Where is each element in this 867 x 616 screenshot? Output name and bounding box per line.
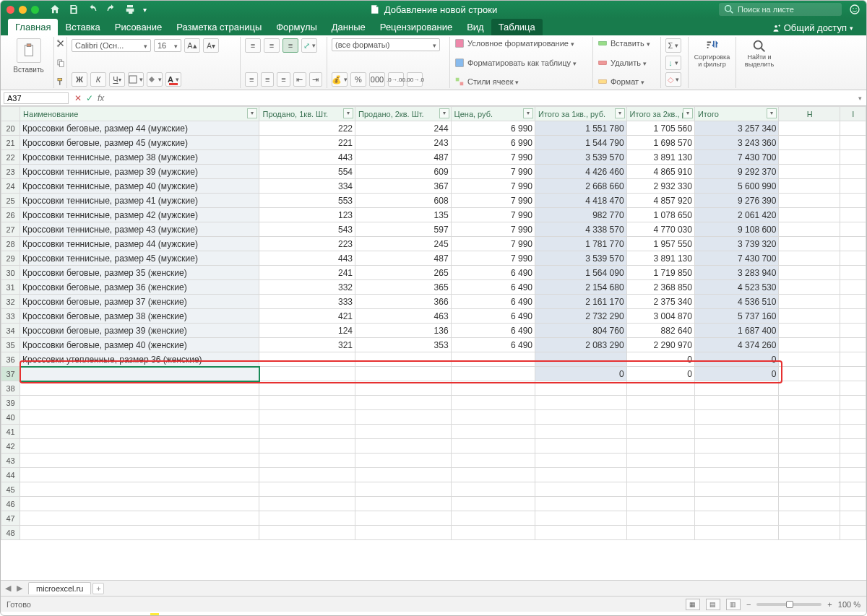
cell[interactable]: Кроссовки теннисные, размер 43 (мужские) [20,222,259,237]
cell[interactable]: 245 [355,237,452,251]
cell[interactable]: 3 257 340 [694,121,778,136]
row-header[interactable]: 24 [1,179,20,194]
cell[interactable] [535,381,627,396]
cell[interactable] [840,425,866,439]
row-header[interactable]: 47 [1,511,20,526]
select-all-corner[interactable] [1,107,20,121]
cell[interactable]: 4 374 260 [694,338,778,352]
cell[interactable] [259,468,355,482]
filter-icon[interactable]: ▾ [615,108,625,118]
fill-button[interactable]: ↓ [665,56,681,70]
cell[interactable] [840,526,866,540]
cell[interactable]: 367 [355,179,452,194]
view-normal-button[interactable]: ▦ [686,599,700,610]
cell[interactable] [626,526,694,540]
filter-icon[interactable]: ▾ [683,108,693,118]
cell[interactable]: 4 865 910 [626,165,694,179]
cell[interactable]: Кроссовки беговые, размер 39 (женские) [20,324,259,338]
cell[interactable]: Кроссовки беговые, размер 38 (женские) [20,309,259,324]
cell[interactable] [259,381,355,396]
align-top-button[interactable]: ≡ [245,38,261,53]
row-header[interactable]: 46 [1,497,20,511]
cell[interactable]: 7 430 700 [694,150,778,165]
table-row[interactable]: 46 [1,497,866,511]
row-header[interactable]: 36 [1,352,20,367]
cell[interactable]: 6 990 [451,136,535,150]
quick-access-dropdown[interactable]: ▾ [143,6,147,14]
cell[interactable]: 443 [259,251,355,266]
cell[interactable]: 2 368 850 [626,280,694,295]
cell[interactable] [840,511,866,526]
row-header[interactable]: 27 [1,222,20,237]
cell[interactable] [20,454,259,468]
align-bottom-button[interactable]: ≡ [282,38,298,53]
cell[interactable]: 0 [626,367,694,381]
table-row[interactable]: 40 [1,410,866,425]
cell[interactable] [694,468,778,482]
cell[interactable] [779,338,840,352]
fx-icon[interactable]: fx [98,93,104,103]
cell[interactable]: 9 276 390 [694,194,778,208]
cell[interactable]: 365 [355,280,452,295]
table-row[interactable]: 31 Кроссовки беговые, размер 36 (женские… [1,280,866,295]
cell[interactable]: Кроссовки беговые, размер 45 (мужские) [20,136,259,150]
col-header-total[interactable]: Итого▾ [694,107,778,121]
cell[interactable]: 353 [355,338,452,352]
cell[interactable] [451,454,535,468]
table-row[interactable]: 45 [1,482,866,497]
cell[interactable] [779,482,840,497]
col-header-q1total[interactable]: Итого за 1кв., руб.▾ [535,107,627,121]
cell[interactable] [779,222,840,237]
table-row[interactable]: 30 Кроссовки беговые, размер 35 (женские… [1,266,866,280]
cell[interactable]: 608 [355,194,452,208]
cell[interactable]: Кроссовки беговые, размер 44 (мужские) [20,121,259,136]
cell[interactable] [779,352,840,367]
cell[interactable] [259,439,355,454]
cell[interactable]: Кроссовки теннисные, размер 41 (мужские) [20,194,259,208]
cell[interactable] [779,194,840,208]
cell[interactable] [355,511,452,526]
filter-icon[interactable]: ▾ [343,108,353,118]
cell[interactable] [840,194,866,208]
comma-button[interactable]: 000 [369,72,385,87]
cell[interactable]: Кроссовки беговые, размер 40 (женские) [20,338,259,352]
cell[interactable] [20,482,259,497]
cell[interactable] [694,410,778,425]
find-select-button[interactable]: Найти и выделить [741,54,778,69]
align-left-button[interactable]: ≡ [245,72,258,87]
minimize-window-button[interactable] [19,6,27,14]
cell[interactable]: 4 536 510 [694,295,778,309]
row-header[interactable]: 43 [1,454,20,468]
cell[interactable] [535,454,627,468]
smile-icon[interactable] [849,4,860,15]
cell[interactable] [840,309,866,324]
active-cell[interactable] [20,367,259,381]
cell[interactable] [779,179,840,194]
row-header[interactable]: 35 [1,338,20,352]
cell[interactable] [259,352,355,367]
cell[interactable]: 9 292 370 [694,165,778,179]
cell[interactable] [20,425,259,439]
cell[interactable] [840,381,866,396]
cell[interactable]: 321 [259,338,355,352]
cell[interactable]: Кроссовки теннисные, размер 45 (мужские) [20,251,259,266]
row-header[interactable]: 38 [1,381,20,396]
cell[interactable] [626,454,694,468]
cell[interactable] [694,454,778,468]
cell[interactable] [20,468,259,482]
undo-icon[interactable] [87,4,98,15]
row-header[interactable]: 26 [1,208,20,222]
cell[interactable]: 3 739 320 [694,237,778,251]
cell[interactable] [840,439,866,454]
cell[interactable]: 136 [355,324,452,338]
cell[interactable] [840,295,866,309]
row-header[interactable]: 31 [1,280,20,295]
cell[interactable] [20,381,259,396]
row-header[interactable]: 42 [1,439,20,454]
increase-decimal-button[interactable]: .0→.00 [388,72,404,87]
col-header-name[interactable]: Наименование▾ [20,107,259,121]
cell[interactable] [694,439,778,454]
view-break-button[interactable]: ▥ [726,599,741,610]
cell[interactable]: 123 [259,208,355,222]
cell[interactable]: 2 732 290 [535,309,627,324]
